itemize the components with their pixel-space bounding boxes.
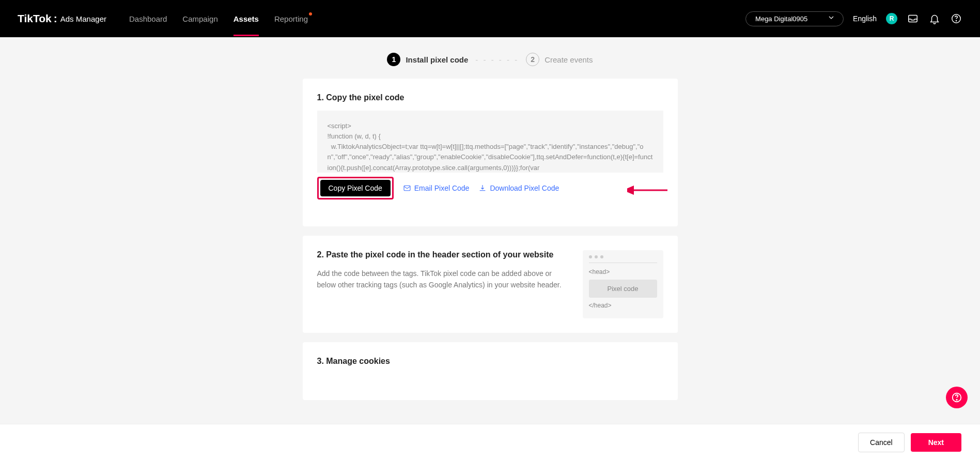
nav-reporting[interactable]: Reporting bbox=[274, 14, 308, 23]
step-1-circle: 1 bbox=[387, 53, 400, 66]
highlight-annotation: Copy Pixel Code bbox=[317, 177, 394, 200]
email-pixel-label: Email Pixel Code bbox=[414, 184, 470, 192]
account-name: Mega Digital0905 bbox=[755, 15, 807, 23]
account-selector[interactable]: Mega Digital0905 bbox=[745, 11, 844, 26]
footer-bar: Cancel Next bbox=[0, 424, 980, 460]
step-1: 1 Install pixel code bbox=[387, 53, 468, 66]
brand-sub: Ads Manager bbox=[60, 14, 106, 23]
arrow-annotation-icon bbox=[627, 185, 668, 195]
bell-icon[interactable] bbox=[928, 12, 941, 25]
dot-icon bbox=[600, 255, 603, 258]
card-paste-pixel: 2. Paste the pixel code in the header se… bbox=[303, 236, 678, 333]
step-2-label: Create events bbox=[545, 55, 593, 64]
pixel-actions: Copy Pixel Code Email Pixel Code Downloa… bbox=[317, 177, 663, 200]
nav-campaign[interactable]: Campaign bbox=[182, 14, 217, 23]
section1-title: 1. Copy the pixel code bbox=[317, 93, 663, 102]
notification-dot-icon bbox=[309, 12, 312, 16]
step-connector: - - - - - - bbox=[475, 55, 519, 64]
mock-pixel-block: Pixel code bbox=[589, 280, 657, 298]
help-icon[interactable] bbox=[950, 12, 962, 25]
mock-head-close: </head> bbox=[589, 302, 657, 309]
top-header: TikTok : Ads Manager Dashboard Campaign … bbox=[0, 0, 980, 37]
avatar[interactable]: R bbox=[886, 13, 897, 24]
dot-icon bbox=[595, 255, 598, 258]
pixel-code-box[interactable]: <script> !function (w, d, t) { w.TiktokA… bbox=[317, 111, 663, 173]
download-pixel-label: Download Pixel Code bbox=[490, 184, 559, 192]
header-right: Mega Digital0905 English R bbox=[745, 11, 962, 26]
svg-rect-0 bbox=[909, 16, 917, 22]
section2-desc: Add the code between the tags. TikTok pi… bbox=[317, 268, 562, 291]
section3-title: 3. Manage cookies bbox=[317, 357, 663, 366]
email-pixel-link[interactable]: Email Pixel Code bbox=[403, 184, 470, 192]
language-selector[interactable]: English bbox=[853, 14, 877, 23]
brand-sep: : bbox=[54, 12, 57, 25]
next-button[interactable]: Next bbox=[911, 433, 961, 452]
svg-point-6 bbox=[956, 400, 957, 400]
mock-head-open: <head> bbox=[589, 268, 657, 275]
pixel-code-text: <script> !function (w, d, t) { w.TiktokA… bbox=[328, 122, 653, 172]
card-copy-pixel: 1. Copy the pixel code <script> !functio… bbox=[303, 79, 678, 226]
card-manage-cookies: 3. Manage cookies bbox=[303, 342, 678, 400]
code-placement-mock: <head> Pixel code </head> bbox=[583, 250, 663, 318]
step-2: 2 Create events bbox=[526, 53, 593, 66]
mock-window-dots bbox=[589, 255, 657, 258]
main-nav: Dashboard Campaign Assets Reporting bbox=[129, 14, 308, 23]
main-content: 1. Copy the pixel code <script> !functio… bbox=[303, 79, 678, 460]
cancel-button[interactable]: Cancel bbox=[858, 433, 905, 452]
nav-assets[interactable]: Assets bbox=[234, 14, 259, 23]
nav-reporting-label: Reporting bbox=[274, 14, 308, 23]
mock-divider bbox=[589, 263, 657, 263]
nav-dashboard[interactable]: Dashboard bbox=[129, 14, 167, 23]
help-fab[interactable] bbox=[946, 387, 968, 408]
section2-title: 2. Paste the pixel code in the header se… bbox=[317, 250, 562, 259]
svg-point-2 bbox=[956, 21, 956, 21]
brand-main: TikTok bbox=[18, 12, 52, 25]
brand-logo[interactable]: TikTok : Ads Manager bbox=[18, 12, 106, 25]
step-1-label: Install pixel code bbox=[406, 55, 468, 64]
inbox-icon[interactable] bbox=[907, 12, 919, 25]
step-2-circle: 2 bbox=[526, 53, 539, 66]
download-pixel-link[interactable]: Download Pixel Code bbox=[478, 184, 559, 192]
chevron-down-icon bbox=[829, 16, 834, 21]
dot-icon bbox=[589, 255, 592, 258]
svg-rect-3 bbox=[404, 186, 410, 190]
copy-pixel-button[interactable]: Copy Pixel Code bbox=[320, 180, 391, 196]
stepper: 1 Install pixel code - - - - - - 2 Creat… bbox=[0, 53, 980, 66]
